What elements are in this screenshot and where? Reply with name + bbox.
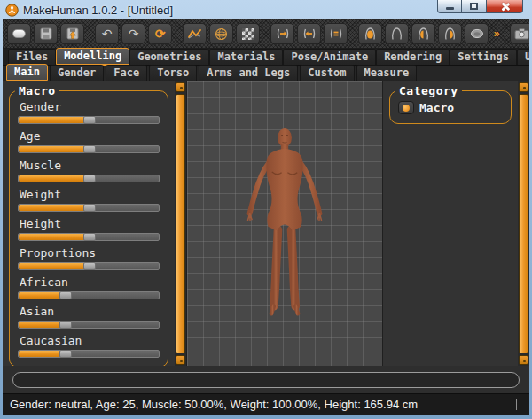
sub-tabbar: Main Gender Face Torso Arms and Legs Cus… bbox=[3, 66, 529, 81]
tab-materials[interactable]: Materials bbox=[209, 49, 283, 65]
tab-gender[interactable]: Gender bbox=[50, 65, 104, 81]
tab-files[interactable]: Files bbox=[8, 49, 56, 65]
top-view-button[interactable] bbox=[465, 23, 489, 44]
scroll-up-button[interactable] bbox=[176, 82, 185, 92]
asian-slider[interactable]: Asian bbox=[18, 305, 160, 329]
maximize-button[interactable] bbox=[462, 0, 486, 13]
scroll-down-button[interactable] bbox=[519, 355, 528, 365]
muscle-slider[interactable]: Muscle bbox=[18, 159, 160, 182]
right-view-button[interactable] bbox=[438, 23, 462, 44]
age-slider[interactable]: Age bbox=[18, 129, 160, 153]
caucasian-slider-track[interactable] bbox=[18, 350, 160, 358]
slider-handle[interactable] bbox=[59, 321, 72, 329]
category-option-macro[interactable]: Macro bbox=[398, 100, 503, 120]
tab-face[interactable]: Face bbox=[106, 65, 147, 81]
front-view-button[interactable] bbox=[358, 23, 382, 44]
tab-utilities[interactable]: Utilities bbox=[517, 49, 529, 65]
left-view-button[interactable] bbox=[411, 23, 435, 44]
load-file-button[interactable] bbox=[60, 23, 84, 44]
rotate-right-button[interactable] bbox=[270, 23, 294, 44]
back-view-button[interactable] bbox=[385, 23, 409, 44]
slider-handle[interactable] bbox=[83, 145, 96, 153]
slider-fill bbox=[19, 292, 60, 299]
redo-button[interactable]: ↷ bbox=[121, 23, 145, 44]
tab-custom[interactable]: Custom bbox=[300, 65, 354, 81]
macro-groupbox-title: Macro bbox=[15, 84, 59, 97]
height-slider-label: Height bbox=[20, 217, 160, 230]
tab-arms-and-legs[interactable]: Arms and Legs bbox=[199, 65, 298, 81]
weight-slider-track[interactable] bbox=[18, 204, 160, 212]
grab-screenshot-button[interactable] bbox=[510, 23, 529, 44]
minimize-icon bbox=[446, 7, 454, 10]
tab-modelling[interactable]: Modelling bbox=[56, 48, 129, 65]
redo-icon: ↷ bbox=[129, 27, 139, 40]
gender-slider[interactable]: Gender bbox=[18, 100, 160, 124]
new-file-button[interactable] bbox=[7, 23, 31, 44]
statusbar-grip[interactable] bbox=[516, 399, 517, 410]
viewport-left-scrollbar[interactable] bbox=[175, 81, 186, 366]
tab-measure[interactable]: Measure bbox=[356, 65, 418, 81]
tab-pose-animate[interactable]: Pose/Animate bbox=[283, 49, 376, 65]
undo-button[interactable]: ↶ bbox=[95, 23, 119, 44]
toolbar-overflow-icon[interactable]: » bbox=[491, 27, 502, 40]
human-figure[interactable] bbox=[240, 126, 329, 319]
scroll-up-button[interactable] bbox=[519, 82, 528, 92]
tab-settings[interactable]: Settings bbox=[450, 49, 517, 65]
tab-rendering[interactable]: Rendering bbox=[376, 49, 450, 65]
minimize-button[interactable] bbox=[437, 0, 462, 13]
slider-handle[interactable] bbox=[83, 233, 96, 241]
top-view-icon bbox=[470, 28, 484, 39]
slider-handle[interactable] bbox=[83, 116, 96, 124]
proportions-slider-track[interactable] bbox=[18, 262, 160, 270]
statusbar: Gender: neutral, Age: 25, Muscle: 50.00%… bbox=[3, 393, 529, 415]
slider-handle[interactable] bbox=[59, 291, 72, 299]
slider-fill bbox=[19, 205, 84, 211]
reset-model-icon: ⟳ bbox=[155, 27, 166, 40]
rotate-right-icon bbox=[276, 27, 290, 40]
rotate-left-button[interactable] bbox=[297, 23, 321, 44]
slider-handle[interactable] bbox=[83, 204, 96, 212]
main-tabbar: Files Modelling Geometries Materials Pos… bbox=[3, 49, 529, 66]
radio-selected-icon[interactable] bbox=[398, 101, 414, 114]
tab-geometries[interactable]: Geometries bbox=[129, 49, 209, 65]
african-slider[interactable]: African bbox=[18, 275, 160, 299]
smoothing-button[interactable] bbox=[183, 23, 207, 44]
close-button[interactable] bbox=[486, 0, 523, 13]
save-file-button[interactable] bbox=[34, 23, 58, 44]
reset-rotation-button[interactable] bbox=[324, 23, 348, 44]
caucasian-slider[interactable]: Caucasian bbox=[18, 334, 160, 358]
slider-fill bbox=[19, 175, 84, 182]
asian-slider-track[interactable] bbox=[18, 321, 160, 329]
macro-groupbox: Macro Gender Age Muscle Weight bbox=[9, 90, 168, 366]
muscle-slider-track[interactable] bbox=[18, 175, 160, 182]
titlebar[interactable]: MakeHuman 1.0.2 - [Untitled] bbox=[0, 0, 532, 19]
macro-panel: Macro Gender Age Muscle Weight bbox=[3, 81, 175, 366]
gender-slider-track[interactable] bbox=[18, 116, 160, 124]
toolbar: ↶ ↷ ⟳ bbox=[3, 19, 529, 49]
category-groupbox-title: Category bbox=[395, 84, 462, 97]
slider-handle[interactable] bbox=[83, 262, 96, 270]
height-slider-track[interactable] bbox=[18, 233, 160, 241]
viewport-3d[interactable] bbox=[186, 81, 383, 366]
slider-handle[interactable] bbox=[59, 350, 72, 358]
background-button[interactable] bbox=[236, 23, 260, 44]
panel-right-scrollbar[interactable] bbox=[518, 81, 529, 366]
reset-model-button[interactable]: ⟳ bbox=[148, 23, 172, 44]
slider-handle[interactable] bbox=[83, 175, 96, 182]
age-slider-track[interactable] bbox=[18, 145, 160, 153]
height-slider[interactable]: Height bbox=[18, 217, 160, 241]
scroll-down-button[interactable] bbox=[176, 355, 185, 365]
scrollbar-thumb[interactable] bbox=[519, 94, 528, 353]
app-body: ↶ ↷ ⟳ bbox=[3, 19, 529, 415]
new-file-icon bbox=[12, 29, 26, 38]
tab-torso[interactable]: Torso bbox=[149, 65, 197, 81]
tab-main[interactable]: Main bbox=[6, 64, 48, 81]
wireframe-button[interactable] bbox=[209, 23, 233, 44]
undo-icon: ↶ bbox=[102, 27, 113, 40]
weight-slider[interactable]: Weight bbox=[18, 188, 160, 212]
makehuman-logo-icon bbox=[5, 4, 19, 17]
african-slider-track[interactable] bbox=[18, 291, 160, 299]
proportions-slider-label: Proportions bbox=[20, 246, 160, 260]
proportions-slider[interactable]: Proportions bbox=[18, 246, 160, 270]
scrollbar-thumb[interactable] bbox=[176, 94, 185, 353]
